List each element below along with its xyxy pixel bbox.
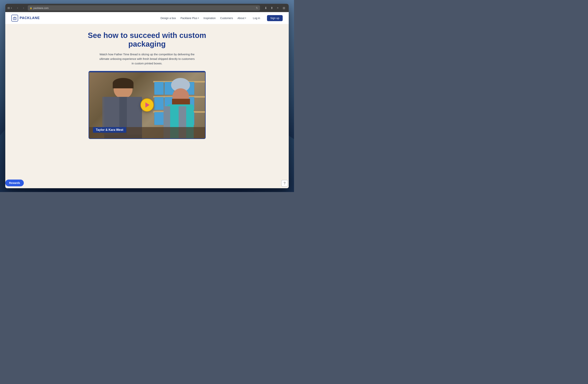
person-left-hair	[113, 78, 133, 88]
nav-design-a-box[interactable]: Design a box	[161, 17, 176, 20]
nav-inspiration[interactable]: Inspiration	[203, 17, 216, 20]
rewards-button[interactable]: Rewards	[5, 180, 24, 186]
logo-text: PACKLANE	[20, 16, 40, 20]
video-player[interactable]: Taylor & Kara West	[88, 71, 206, 139]
browser-toolbar: ⊟ ▾ ‹ › 🔒 packlane.com ↻ ⬇ ⬆ + ⊞	[5, 4, 289, 12]
website-content: PACKLANE Design a box Packlane Plus ▾ In…	[5, 12, 289, 188]
address-bar[interactable]: 🔒 packlane.com ↻	[28, 5, 260, 11]
site-nav: PACKLANE Design a box Packlane Plus ▾ In…	[5, 12, 289, 24]
page-subtitle: Watch how Father Time Bread is slicing u…	[98, 52, 196, 66]
sidebar-controls: ⊟ ▾	[8, 6, 12, 9]
main-content: See how to succeed with custom packaging…	[5, 24, 289, 188]
nav-about[interactable]: About ▾	[237, 17, 246, 20]
downloads-button[interactable]: ⬇	[263, 5, 268, 11]
video-caption: Taylor & Kara West	[93, 127, 126, 133]
browser-window: ⊟ ▾ ‹ › 🔒 packlane.com ↻ ⬇ ⬆ + ⊞	[5, 4, 289, 188]
forward-button[interactable]: ›	[21, 5, 26, 11]
play-button[interactable]	[141, 98, 154, 112]
page-title: See how to succeed with custom packaging	[81, 31, 213, 48]
url-text: packlane.com	[33, 7, 48, 9]
about-chevron: ▾	[245, 17, 246, 19]
back-button[interactable]: ‹	[15, 5, 20, 11]
signup-button[interactable]: Sign up	[267, 15, 283, 21]
login-button[interactable]: Log in	[251, 16, 262, 21]
browser-action-buttons: ⬇ ⬆ + ⊞	[263, 5, 286, 11]
sidebar-toggle-icon[interactable]: ⊟	[8, 6, 10, 9]
nav-buttons: ‹ ›	[15, 5, 26, 11]
logo-icon	[11, 15, 18, 21]
packlane-plus-chevron: ▾	[198, 17, 199, 19]
nav-packlane-plus[interactable]: Packlane Plus ▾	[181, 17, 199, 20]
sidebar-chevron-icon[interactable]: ▾	[11, 7, 12, 9]
nav-customers[interactable]: Customers	[220, 17, 233, 20]
reload-button[interactable]: ↻	[256, 6, 258, 9]
logo[interactable]: PACKLANE	[11, 15, 40, 21]
help-icon: ?	[284, 182, 286, 185]
share-button[interactable]: ⬆	[269, 5, 274, 11]
tab-grid-button[interactable]: ⊞	[281, 5, 286, 11]
video-border-top	[89, 72, 205, 72]
help-button[interactable]: ?	[281, 180, 288, 187]
lock-icon: 🔒	[30, 7, 32, 9]
svg-rect-0	[13, 18, 16, 20]
play-icon	[146, 102, 149, 108]
nav-links: Design a box Packlane Plus ▾ Inspiration…	[161, 15, 283, 21]
new-tab-button[interactable]: +	[275, 5, 280, 11]
svg-rect-1	[14, 18, 15, 20]
